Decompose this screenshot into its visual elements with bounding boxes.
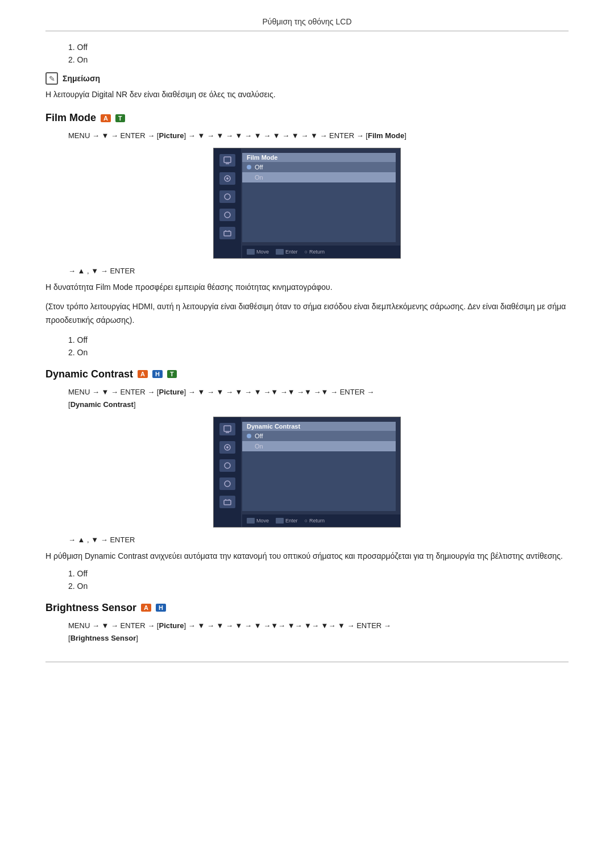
dynamic-contrast-on: 2. On (68, 582, 569, 591)
dc-move: Move (247, 518, 269, 524)
list-item-on-1: 2. On (68, 55, 569, 64)
dc-tv-icon-4 (219, 477, 235, 490)
svg-point-4 (225, 194, 230, 200)
brightness-sensor-menu-path: MENU → ▼ → ENTER → [Picture] → ▼ → ▼ → ▼… (68, 620, 569, 645)
svg-rect-0 (224, 157, 231, 163)
page: Ρύθμιση της οθόνης LCD 1. Off 2. On ✎ Ση… (0, 0, 614, 868)
dc-tv-icon-3 (219, 459, 235, 472)
svg-point-5 (225, 212, 230, 218)
film-mode-screen-container: Film Mode Off On Move Enter (45, 148, 569, 259)
svg-point-14 (225, 481, 230, 487)
film-mode-title: Film Mode (45, 112, 96, 124)
note-icon: ✎ (45, 72, 58, 85)
film-mode-on: 2. On (68, 348, 569, 357)
svg-point-3 (226, 177, 229, 180)
dc-return: ○ Return (305, 518, 325, 524)
list-item-off-1: 1. Off (68, 43, 569, 52)
brightness-sensor-badge-h: H (156, 604, 166, 612)
film-mode-menu-path: MENU → ▼ → ENTER → [Picture] → ▼ → ▼ → ▼… (68, 130, 569, 142)
film-mode-off: 1. Off (68, 335, 569, 344)
film-mode-badge-t: T (115, 114, 125, 122)
film-mode-paren: (Στον τρόπο λειτουργίας HDMI, αυτή η λει… (45, 300, 569, 327)
brightness-sensor-title: Brightness Sensor (45, 602, 136, 614)
note-box: ✎ Σημείωση (45, 72, 569, 85)
bottom-rule (45, 662, 569, 662)
dynamic-contrast-menu-off: Off (242, 431, 396, 441)
dc-tv-icon-1 (219, 423, 235, 435)
dc-tv-icon-2 (219, 441, 235, 454)
film-mode-menu-off: Off (242, 162, 396, 172)
tv-icon-2 (219, 172, 235, 185)
page-title: Ρύθμιση της οθόνης LCD (45, 17, 569, 31)
dynamic-contrast-screen: Dynamic Contrast Off On Move Enter (213, 417, 401, 528)
film-mode-heading: Film Mode A T (45, 112, 569, 124)
tv-icon-1 (219, 154, 235, 167)
tv-icon-3 (219, 190, 235, 203)
film-mode-menu-title: Film Mode (242, 153, 396, 162)
dynamic-contrast-off: 1. Off (68, 569, 569, 578)
dynamic-contrast-bottombar: Move Enter ○ Return (242, 514, 400, 527)
svg-rect-6 (224, 231, 231, 236)
dynamic-contrast-sidebar (214, 417, 241, 527)
film-mode-screen: Film Mode Off On Move Enter (213, 148, 401, 259)
tv-icon-4 (219, 209, 235, 221)
film-mode-bottombar: Move Enter ○ Return (242, 246, 400, 258)
dc-enter: Enter (276, 518, 298, 524)
dynamic-contrast-badge-t: T (167, 370, 177, 378)
film-mode-body: Η δυνατότητα Film Mode προσφέρει εμπειρί… (45, 281, 569, 294)
dynamic-contrast-screen-container: Dynamic Contrast Off On Move Enter (45, 417, 569, 528)
brightness-sensor-heading: Brightness Sensor A H (45, 602, 569, 614)
svg-point-13 (225, 463, 230, 468)
dynamic-contrast-nav: → ▲ , ▼ → ENTER (68, 535, 569, 544)
film-mode-menu-on: On (242, 172, 396, 182)
dc-tv-icon-5 (219, 496, 235, 508)
svg-point-12 (226, 446, 229, 448)
dynamic-contrast-title: Dynamic Contrast (45, 368, 133, 380)
film-mode-enter: Enter (276, 249, 298, 255)
film-mode-move: Move (247, 249, 269, 255)
film-mode-menu: Film Mode Off On (242, 153, 396, 242)
dynamic-contrast-badge-h: H (152, 370, 163, 378)
svg-rect-9 (224, 426, 231, 431)
note-label: Σημείωση (63, 72, 100, 85)
tv-icon-5 (219, 227, 235, 239)
dynamic-contrast-body: Η ρύθμιση Dynamic Contrast ανιχνεύει αυτ… (45, 550, 569, 563)
film-mode-sidebar (214, 148, 241, 258)
dynamic-contrast-menu-path: MENU → ▼ → ENTER → [Picture] → ▼ → ▼ → ▼… (68, 386, 569, 411)
dynamic-contrast-menu-on: On (242, 441, 396, 451)
svg-rect-15 (224, 500, 231, 505)
dynamic-contrast-badge-a: A (138, 370, 148, 378)
film-mode-nav: → ▲ , ▼ → ENTER (68, 267, 569, 275)
film-mode-badge-a: A (101, 114, 111, 122)
dynamic-contrast-menu-title: Dynamic Contrast (242, 422, 396, 431)
dynamic-contrast-menu: Dynamic Contrast Off On (242, 422, 396, 511)
brightness-sensor-badge-a: A (141, 604, 151, 612)
dynamic-contrast-heading: Dynamic Contrast A H T (45, 368, 569, 380)
note-text: Η λειτουργία Digital NR δεν είναι διαθέσ… (45, 88, 569, 101)
film-mode-return: ○ Return (305, 249, 325, 255)
